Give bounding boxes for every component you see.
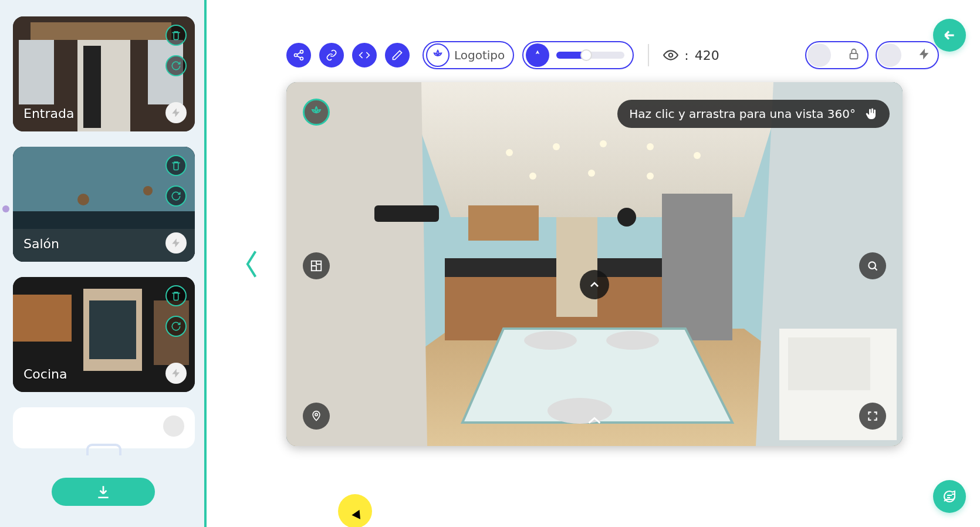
svg-point-16 — [300, 50, 303, 53]
map-button[interactable] — [303, 403, 330, 430]
chevron-up-icon — [586, 414, 603, 426]
link-button[interactable] — [319, 43, 344, 67]
placeholder-dot-icon — [163, 415, 184, 437]
trash-icon — [171, 30, 181, 40]
svg-point-19 — [669, 53, 673, 58]
hint-text: Haz clic y arrastra para una vista 360° — [629, 107, 856, 121]
svg-rect-15 — [89, 300, 136, 359]
thumbnail-entrada[interactable]: Entrada — [13, 16, 195, 131]
svg-rect-31 — [374, 205, 439, 222]
nav-hotspot-lower[interactable] — [586, 414, 603, 428]
panorama-image — [286, 82, 903, 446]
delete-button[interactable] — [165, 155, 187, 176]
share-button[interactable] — [286, 43, 311, 67]
flash-toggle[interactable] — [876, 41, 939, 69]
cursor-highlight-icon — [338, 494, 372, 527]
scroll-indicator — [2, 205, 9, 212]
refresh-button[interactable] — [165, 316, 187, 337]
trash-icon — [171, 160, 181, 171]
logo-icon-circle — [426, 43, 450, 67]
svg-point-43 — [529, 173, 536, 180]
refresh-button[interactable] — [165, 185, 187, 207]
eye-icon — [663, 48, 678, 63]
toggles-group — [805, 41, 939, 69]
trash-icon — [171, 290, 181, 301]
toggle-knob — [807, 43, 831, 67]
svg-point-34 — [524, 331, 577, 350]
refresh-icon — [171, 60, 181, 71]
lotus-icon — [431, 49, 444, 62]
view-count: : 420 — [663, 48, 719, 63]
expand-icon — [867, 410, 878, 422]
thumbnail-label: Cocina — [23, 367, 67, 381]
separator — [648, 44, 649, 66]
search-icon — [867, 260, 878, 272]
lock-icon — [847, 48, 860, 63]
lock-toggle[interactable] — [805, 41, 869, 69]
svg-rect-4 — [19, 40, 54, 104]
svg-rect-20 — [850, 53, 858, 59]
svg-point-18 — [300, 57, 303, 60]
svg-point-9 — [77, 194, 89, 205]
toolbar: Logotipo : 420 — [286, 41, 719, 69]
slider-track[interactable] — [556, 52, 624, 59]
delete-button[interactable] — [165, 285, 187, 306]
thumbnail-label: Salón — [23, 237, 59, 251]
svg-point-50 — [315, 413, 317, 415]
sidebar: Entrada Salón — [0, 0, 207, 527]
compass-icon — [532, 49, 543, 61]
zoom-button[interactable] — [859, 252, 886, 279]
thumbnail-placeholder[interactable] — [13, 407, 195, 448]
thumbnail-label: Entrada — [23, 106, 74, 121]
lotus-icon — [309, 105, 323, 119]
link-icon — [326, 49, 337, 61]
thumbnail-cocina[interactable]: Cocina — [13, 277, 195, 392]
logo-label: Logotipo — [454, 48, 505, 62]
floorplan-button[interactable] — [303, 252, 330, 279]
thumbnail-salon[interactable]: Salón — [13, 147, 195, 262]
svg-point-42 — [694, 152, 701, 159]
svg-point-10 — [143, 186, 153, 195]
arrow-left-icon — [942, 28, 957, 43]
rotation-slider[interactable] — [522, 41, 634, 69]
logo-pill[interactable]: Logotipo — [423, 41, 514, 69]
pencil-icon — [391, 49, 403, 61]
flash-icon — [171, 107, 181, 118]
svg-point-40 — [600, 140, 607, 147]
slider-knob[interactable] — [580, 49, 592, 61]
svg-point-39 — [553, 143, 560, 150]
chat-button[interactable] — [933, 480, 966, 513]
svg-point-45 — [647, 173, 654, 180]
flash-button[interactable] — [165, 232, 187, 254]
panorama-viewer[interactable]: Haz clic y arrastra para una vista 360° — [286, 82, 903, 446]
download-icon — [96, 484, 111, 499]
refresh-icon — [171, 321, 181, 332]
views-value: 420 — [695, 48, 719, 63]
download-button[interactable] — [52, 478, 155, 506]
code-icon — [359, 49, 370, 61]
edit-button[interactable] — [385, 43, 410, 67]
svg-rect-12 — [13, 295, 72, 342]
flash-button[interactable] — [165, 102, 187, 123]
refresh-button[interactable] — [165, 55, 187, 76]
svg-point-17 — [295, 54, 298, 57]
placeholder-line-icon — [86, 444, 121, 455]
svg-point-37 — [617, 208, 636, 227]
prev-button[interactable] — [239, 251, 265, 277]
svg-point-38 — [506, 149, 513, 156]
flash-icon — [171, 238, 181, 248]
viewer-wrap: Haz clic y arrastra para una vista 360° — [239, 82, 906, 446]
drag-hint: Haz clic y arrastra para una vista 360° — [617, 100, 890, 128]
embed-button[interactable] — [352, 43, 377, 67]
svg-point-49 — [869, 262, 876, 269]
flash-button[interactable] — [165, 363, 187, 384]
delete-button[interactable] — [165, 25, 187, 46]
svg-rect-30 — [556, 217, 597, 317]
svg-point-41 — [647, 143, 654, 150]
fullscreen-button[interactable] — [859, 403, 886, 430]
compass-icon-circle — [526, 43, 549, 67]
share-icon — [293, 49, 305, 61]
nav-hotspot[interactable] — [580, 270, 609, 299]
refresh-icon — [171, 191, 181, 201]
chevron-up-icon — [587, 278, 601, 292]
